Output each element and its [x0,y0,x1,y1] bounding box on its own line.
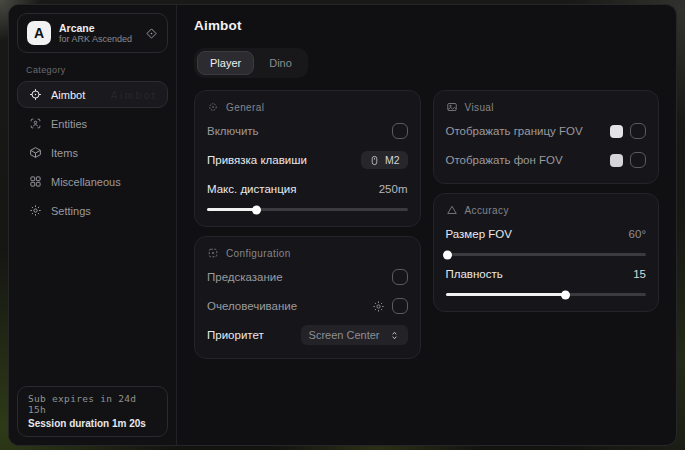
fov-bg-label: Отображать фон FOV [446,154,563,166]
accuracy-card: Accuracy Размер FOV 60° Плавность 15 [433,193,660,312]
grid-icon [29,175,42,188]
app-header: A Arcane for ARK Ascended [17,13,168,53]
app-window: A Arcane for ARK Ascended Category Aimbo… [8,4,677,446]
aimbot-ghost-watermark: Aimbot [111,89,157,100]
prediction-label: Предсказание [207,271,283,283]
humanization-label: Очеловечивание [207,300,297,312]
smoothness-row: Плавность 15 [446,263,647,285]
smoothness-label: Плавность [446,268,503,280]
gear-icon [29,204,42,217]
keybind-button[interactable]: M2 [361,151,408,169]
accuracy-triangle-icon [446,204,458,216]
priority-dropdown[interactable]: Screen Center [301,325,408,345]
configuration-card-title: Configuration [226,248,291,259]
main-panel: Aimbot Player Dino General [177,5,676,445]
sub-expires-text: Sub expires in 24d 15h [28,393,157,415]
general-card-title: General [226,102,264,113]
fov-border-checkbox[interactable] [630,123,646,139]
fov-border-row: Отображать границу FOV [446,120,647,142]
crosshair-icon [29,88,42,101]
sidebar-item-label: Aimbot [51,89,85,101]
priority-label: Приоритет [207,329,264,341]
visual-card: Visual Отображать границу FOV Отображать… [433,90,660,184]
priority-row: Приоритет Screen Center [207,324,408,346]
fov-size-label: Размер FOV [446,228,512,240]
sidebar-item-label: Entities [51,118,87,130]
session-duration-text: Session duration 1m 20s [28,418,157,429]
tab-player[interactable]: Player [197,51,254,75]
sidebar-item-items[interactable]: Items [17,139,168,166]
humanization-checkbox[interactable] [392,298,408,314]
sidebar-item-label: Settings [51,205,91,217]
general-card: General Включить Привязка клавиши [194,90,421,227]
priority-selected-value: Screen Center [309,329,380,341]
smoothness-value: 15 [633,268,646,280]
general-crosshair-icon [207,101,219,113]
chevrons-up-down-icon [389,330,400,341]
fov-border-label: Отображать границу FOV [446,125,583,137]
sidebar: A Arcane for ARK Ascended Category Aimbo… [9,5,177,445]
subscription-info: Sub expires in 24d 15h Session duration … [17,386,168,437]
enable-row: Включить [207,120,408,142]
mouse-icon [369,155,380,166]
fov-size-row: Размер FOV 60° [446,223,647,245]
fov-bg-color-swatch[interactable] [610,154,623,167]
max-distance-row: Макс. дистанция 250m [207,178,408,200]
fov-size-value: 60° [629,228,646,240]
configuration-icon [207,247,219,259]
max-distance-value: 250m [379,183,408,195]
sidebar-item-settings[interactable]: Settings [17,197,168,224]
sidebar-item-label: Miscellaneous [51,176,121,188]
configuration-card: Configuration Предсказание Очеловечивани… [194,236,421,359]
keybind-row: Привязка клавиши M2 [207,149,408,171]
fov-bg-checkbox[interactable] [630,152,646,168]
slider-handle[interactable] [443,250,452,259]
keybind-label: Привязка клавиши [207,154,307,166]
app-name: Arcane [59,22,132,34]
fov-size-slider[interactable] [446,253,647,256]
smoothness-slider[interactable] [446,293,647,296]
slider-handle[interactable] [252,205,261,214]
keybind-value: M2 [385,154,400,166]
category-label: Category [26,65,168,75]
accuracy-card-title: Accuracy [465,205,509,216]
sidebar-item-aimbot[interactable]: Aimbot Aimbot [17,81,168,108]
humanization-row: Очеловечивание [207,295,408,317]
max-distance-slider[interactable] [207,208,408,211]
enable-label: Включить [207,125,259,137]
sidebar-nav: Aimbot Aimbot Entities Item [17,81,168,224]
tab-bar: Player Dino [194,48,308,78]
visual-icon [446,101,458,113]
sidebar-item-label: Items [51,147,78,159]
prediction-checkbox[interactable] [392,269,408,285]
visual-card-title: Visual [465,102,494,113]
target-icon[interactable] [145,27,158,40]
humanization-settings-gear-icon[interactable] [372,300,385,313]
box-icon [29,146,42,159]
app-subtitle: for ARK Ascended [59,34,132,44]
sidebar-item-miscellaneous[interactable]: Miscellaneous [17,168,168,195]
entities-scan-icon [29,117,42,130]
enable-checkbox[interactable] [392,123,408,139]
page-title: Aimbot [194,18,659,33]
slider-handle[interactable] [561,290,570,299]
max-distance-label: Макс. дистанция [207,183,296,195]
prediction-row: Предсказание [207,266,408,288]
fov-bg-row: Отображать фон FOV [446,149,647,171]
tab-dino[interactable]: Dino [256,51,305,75]
app-logo: A [27,21,51,45]
fov-border-color-swatch[interactable] [610,125,623,138]
sidebar-item-entities[interactable]: Entities [17,110,168,137]
